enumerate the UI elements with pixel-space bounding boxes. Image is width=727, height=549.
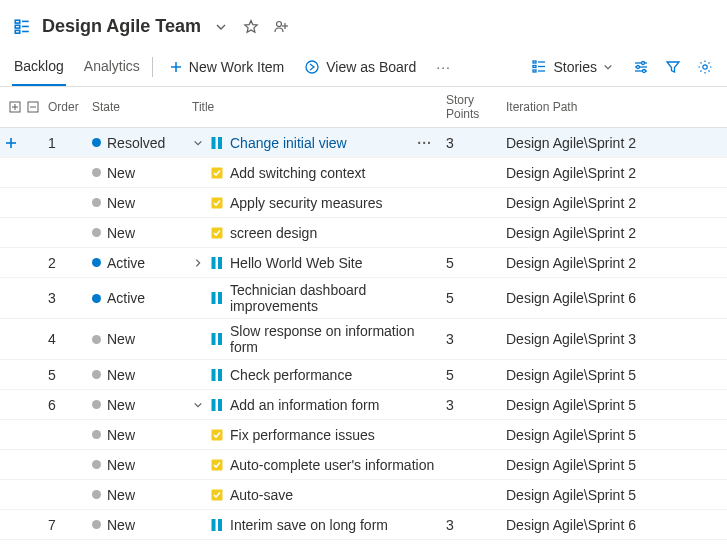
table-row[interactable]: 1ResolvedChange initial view···3Design A… [0,128,727,158]
table-row[interactable]: 7NewInterim save on long form3Design Agi… [0,510,727,540]
title-cell: Change initial view··· [188,131,442,155]
order-cell [44,169,88,177]
table-row[interactable]: 6NewAdd an information form3Design Agile… [0,390,727,420]
work-item-title[interactable]: Auto-save [230,487,293,503]
filter-icon[interactable] [663,57,683,77]
state-dot-icon [92,370,101,379]
table-row[interactable]: 8NewScheduler2Design Agile\Sprint 5 [0,540,727,549]
iteration-cell: Design Agile\Sprint 6 [502,513,712,537]
col-title[interactable]: Title [188,100,442,114]
svg-rect-46 [218,399,222,411]
new-work-item-button[interactable]: New Work Item [163,47,290,86]
table-row[interactable]: NewAdd switching contextDesign Agile\Spr… [0,158,727,188]
story-points-cell: 5 [442,363,502,387]
work-item-title[interactable]: Interim save on long form [230,517,388,533]
expand-all-icon[interactable] [8,100,22,114]
iteration-cell: Design Agile\Sprint 2 [502,191,712,215]
row-actions-icon[interactable]: ··· [417,135,432,151]
state-cell: New [88,393,188,417]
view-as-board-label: View as Board [326,59,416,75]
story-points-cell: 3 [442,327,502,351]
work-item-title[interactable]: Check performance [230,367,352,383]
state-cell: Active [88,286,188,310]
more-commands-button[interactable]: ··· [430,47,457,86]
order-cell: 5 [44,363,88,387]
work-item-title[interactable]: Change initial view [230,135,347,151]
user-story-icon [210,518,224,532]
svg-point-23 [643,69,646,72]
work-item-title[interactable]: Technician dashboard improvements [230,282,438,314]
iteration-cell: Design Agile\Sprint 2 [502,161,712,185]
work-item-title[interactable]: Hello World Web Site [230,255,363,271]
svg-rect-38 [218,257,222,269]
table-row[interactable]: 5NewCheck performance5Design Agile\Sprin… [0,360,727,390]
title-cell: Auto-complete user's information [188,453,442,477]
table-row[interactable]: NewApply security measuresDesign Agile\S… [0,188,727,218]
tab-analytics[interactable]: Analytics [82,47,142,86]
table-row[interactable]: 2ActiveHello World Web Site5Design Agile… [0,248,727,278]
table-row[interactable]: NewAuto-complete user's informationDesig… [0,450,727,480]
tab-backlog[interactable]: Backlog [12,47,66,86]
table-row[interactable]: NewFix performance issuesDesign Agile\Sp… [0,420,727,450]
svg-rect-51 [218,519,222,531]
state-cell: New [88,191,188,215]
work-item-title[interactable]: Add an information form [230,397,379,413]
iteration-cell: Design Agile\Sprint 5 [502,363,712,387]
state-cell: New [88,363,188,387]
order-cell: 3 [44,286,88,310]
team-members-icon[interactable] [271,17,291,37]
collapse-all-icon[interactable] [26,100,40,114]
table-row[interactable]: Newscreen designDesign Agile\Sprint 2 [0,218,727,248]
expander-icon[interactable] [192,258,204,268]
title-cell: Add an information form [188,393,442,417]
work-item-title[interactable]: Fix performance issues [230,427,375,443]
work-item-title[interactable]: screen design [230,225,317,241]
col-iteration[interactable]: Iteration Path [502,100,712,114]
col-order[interactable]: Order [44,100,88,114]
task-icon [210,196,224,210]
svg-rect-2 [15,30,20,33]
work-item-title[interactable]: Slow response on information form [230,323,438,355]
table-row[interactable]: NewAuto-saveDesign Agile\Sprint 5 [0,480,727,510]
work-item-title[interactable]: Add switching context [230,165,365,181]
table-row[interactable]: 4NewSlow response on information form3De… [0,319,727,360]
col-points[interactable]: Story Points [442,93,502,121]
state-cell: Resolved [88,131,188,155]
svg-rect-0 [15,20,20,23]
work-item-title[interactable]: Auto-complete user's information [230,457,434,473]
svg-point-22 [637,65,640,68]
backlog-level-selector[interactable]: Stories [525,59,619,75]
state-dot-icon [92,258,101,267]
title-cell: Interim save on long form [188,513,442,537]
expander-icon[interactable] [192,138,204,148]
title-cell: Slow response on information form [188,319,442,359]
story-points-cell [442,169,502,177]
settings-gear-icon[interactable] [695,57,715,77]
view-as-board-button[interactable]: View as Board [298,47,422,86]
svg-point-21 [642,61,645,64]
user-story-icon [210,368,224,382]
add-child-icon[interactable] [4,136,18,150]
table-row[interactable]: 3ActiveTechnician dashboard improvements… [0,278,727,319]
svg-rect-42 [218,333,222,345]
view-options-icon[interactable] [631,57,651,77]
state-cell: New [88,221,188,245]
svg-point-24 [703,64,707,68]
order-cell [44,461,88,469]
backlog-type-icon [12,17,32,37]
favorite-star-icon[interactable] [241,17,261,37]
svg-rect-12 [533,61,536,63]
svg-point-6 [277,21,282,26]
state-dot-icon [92,168,101,177]
iteration-cell: Design Agile\Sprint 2 [502,131,712,155]
title-cell: Technician dashboard improvements [188,278,442,318]
story-points-cell: 5 [442,251,502,275]
col-state[interactable]: State [88,100,188,114]
order-cell [44,431,88,439]
work-item-title[interactable]: Apply security measures [230,195,383,211]
expander-icon[interactable] [192,400,204,410]
state-cell: New [88,327,188,351]
team-dropdown-icon[interactable] [211,17,231,37]
svg-rect-32 [212,137,216,149]
task-icon [210,226,224,240]
